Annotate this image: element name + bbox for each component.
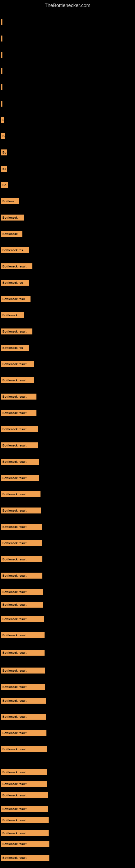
bar-label-17: Bottleneck res xyxy=(2,281,23,284)
bar-label-31: Bottleneck result xyxy=(2,509,27,512)
bar-row-14: Bottleneck xyxy=(1,231,22,237)
bar-21: Bottleneck res xyxy=(1,345,29,351)
bar-row-38: Bottleneck result xyxy=(1,616,44,622)
bar-26: Bottleneck result xyxy=(1,426,38,432)
bar-label-8: B xyxy=(2,134,5,138)
bar-row-51: Bottleneck result xyxy=(1,817,49,823)
bar-row-39: Bottleneck result xyxy=(1,632,45,638)
bar-row-42: Bottleneck result xyxy=(1,684,45,690)
bar-label-25: Bottleneck result xyxy=(2,411,27,414)
bar-row-3 xyxy=(1,52,2,58)
bar-row-35: Bottleneck result xyxy=(1,572,42,579)
bar-41: Bottleneck result xyxy=(1,668,45,674)
bar-row-20: Bottleneck result xyxy=(1,329,32,335)
bar-label-26: Bottleneck result xyxy=(2,428,27,431)
bar-row-4 xyxy=(1,68,2,74)
bar-label-47: Bottleneck result xyxy=(2,771,27,774)
bar-45: Bottleneck result xyxy=(1,730,46,736)
bar-row-24: Bottleneck result xyxy=(1,394,37,400)
bar-row-28: Bottleneck result xyxy=(1,459,39,465)
bar-row-31: Bottleneck result xyxy=(1,507,41,514)
bar-row-7: S xyxy=(1,117,4,123)
bar-row-43: Bottleneck result xyxy=(1,698,46,704)
bar-51: Bottleneck result xyxy=(1,817,49,823)
bar-row-47: Bottleneck result xyxy=(1,769,47,775)
bar-row-25: Bottleneck result xyxy=(1,410,37,416)
bar-label-23: Bottleneck result xyxy=(2,379,27,382)
bar-label-52: Bottleneck result xyxy=(2,832,27,835)
bar-row-13: Bottleneck r xyxy=(1,215,24,220)
bar-label-38: Bottleneck result xyxy=(2,617,27,621)
bar-44: Bottleneck result xyxy=(1,714,46,720)
bar-row-36: Bottleneck result xyxy=(1,589,43,595)
bar-43: Bottleneck result xyxy=(1,698,46,704)
bar-16: Bottleneck result xyxy=(1,264,32,269)
bar-row-41: Bottleneck result xyxy=(1,668,45,674)
bar-row-5 xyxy=(1,84,2,90)
bar-label-11: Bo xyxy=(2,183,6,187)
bar-row-44: Bottleneck result xyxy=(1,714,46,720)
bar-37: Bottleneck result xyxy=(1,601,43,608)
bar-label-7: S xyxy=(2,118,4,122)
bar-row-6 xyxy=(1,101,2,106)
bar-38: Bottleneck result xyxy=(1,616,44,622)
bar-row-22: Bottleneck result xyxy=(1,361,34,367)
bar-label-21: Bottleneck res xyxy=(2,346,23,349)
bar-label-43: Bottleneck result xyxy=(2,699,27,702)
bar-label-15: Bottleneck res xyxy=(2,248,23,252)
bar-row-17: Bottleneck res xyxy=(1,280,29,286)
bar-14: Bottleneck xyxy=(1,231,22,237)
bar-label-37: Bottleneck result xyxy=(2,603,27,606)
bar-39: Bottleneck result xyxy=(1,632,45,638)
bar-label-20: Bottleneck result xyxy=(2,330,27,333)
bar-label-10: Bo xyxy=(2,167,6,170)
bar-row-8: B xyxy=(1,133,5,139)
bar-label-19: Bottleneck r xyxy=(2,314,20,317)
bar-row-45: Bottleneck result xyxy=(1,730,46,736)
bar-30: Bottleneck result xyxy=(1,491,41,497)
bar-53: Bottleneck result xyxy=(1,841,49,847)
bar-15: Bottleneck res xyxy=(1,247,29,253)
bar-10: Bo xyxy=(1,166,7,172)
bar-49: Bottleneck result xyxy=(1,792,48,798)
bar-2 xyxy=(1,35,2,41)
bar-42: Bottleneck result xyxy=(1,684,45,690)
bar-3 xyxy=(1,52,2,58)
bar-label-24: Bottleneck result xyxy=(2,395,27,398)
bar-label-42: Bottleneck result xyxy=(2,685,27,688)
bar-row-33: Bottleneck result xyxy=(1,540,42,546)
bar-label-46: Bottleneck result xyxy=(2,748,27,751)
bar-23: Bottleneck result xyxy=(1,377,34,383)
bar-label-32: Bottleneck result xyxy=(2,525,27,528)
bar-9: Bo xyxy=(1,150,7,155)
bar-label-9: Bo xyxy=(2,151,6,154)
bar-48: Bottleneck result xyxy=(1,781,47,787)
bar-row-21: Bottleneck res xyxy=(1,345,29,351)
bar-5 xyxy=(1,84,2,90)
bar-32: Bottleneck result xyxy=(1,524,42,530)
bar-label-50: Bottleneck result xyxy=(2,807,27,810)
bar-row-1 xyxy=(1,19,2,25)
bar-row-18: Bottleneck resu xyxy=(1,296,31,302)
bar-35: Bottleneck result xyxy=(1,572,42,579)
bar-row-9: Bo xyxy=(1,150,7,155)
bar-label-16: Bottleneck result xyxy=(2,265,27,268)
bar-24: Bottleneck result xyxy=(1,394,37,400)
bar-label-22: Bottleneck result xyxy=(2,362,27,366)
bar-18: Bottleneck resu xyxy=(1,296,31,302)
bar-row-29: Bottleneck result xyxy=(1,475,39,481)
bar-17: Bottleneck res xyxy=(1,280,29,286)
bar-row-40: Bottleneck result xyxy=(1,650,45,656)
bar-label-45: Bottleneck result xyxy=(2,731,27,735)
bar-row-27: Bottleneck result xyxy=(1,442,38,448)
bar-8: B xyxy=(1,133,5,139)
bar-47: Bottleneck result xyxy=(1,769,47,775)
bar-label-33: Bottleneck result xyxy=(2,541,27,545)
bar-label-14: Bottleneck xyxy=(2,232,17,236)
bar-row-46: Bottleneck result xyxy=(1,746,47,752)
bar-row-32: Bottleneck result xyxy=(1,524,42,530)
bar-label-18: Bottleneck resu xyxy=(2,297,25,301)
site-title: TheBottlenecker.com xyxy=(0,0,135,11)
bar-20: Bottleneck result xyxy=(1,329,32,335)
bar-label-28: Bottleneck result xyxy=(2,460,27,463)
